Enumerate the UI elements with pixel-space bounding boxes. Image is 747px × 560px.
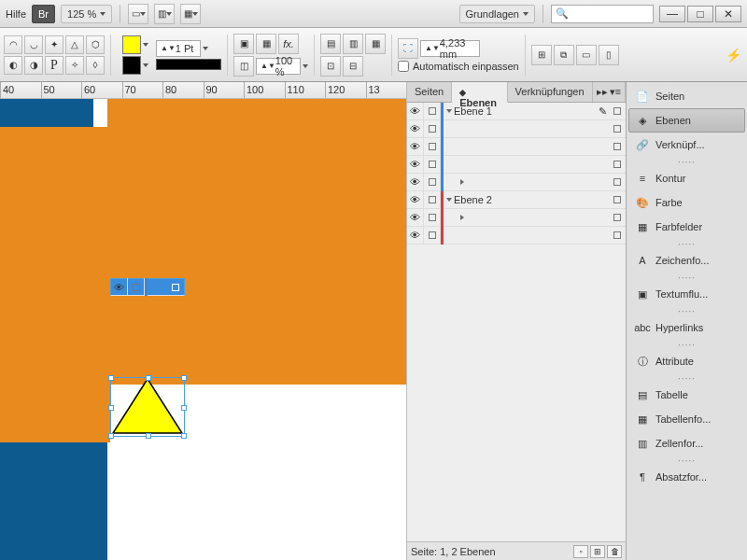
workspace-switcher[interactable]: Grundlagen: [459, 5, 536, 23]
dock-item-farbfelder[interactable]: ▦Farbfelder: [628, 215, 745, 239]
dock-item-ebenen[interactable]: ◈Ebenen: [628, 108, 745, 133]
zoom-level[interactable]: 125 %: [61, 5, 112, 23]
layer-row[interactable]: 👁: [110, 278, 185, 296]
layer-row[interactable]: 👁: [407, 120, 626, 138]
minimize-button[interactable]: —: [659, 6, 685, 22]
dock-item-zeichenfo[interactable]: AZeichenfo...: [628, 248, 745, 273]
lock-icon[interactable]: [429, 125, 436, 133]
dock-icon: ¶: [635, 469, 650, 484]
tab-ebenen[interactable]: ◆ Ebenen: [452, 82, 507, 103]
quick-apply-icon[interactable]: ⚡: [723, 45, 743, 65]
layer-rows: 👁 Ebene 1 ✎ 👁 👁 👁 👁 👁: [407, 103, 626, 245]
color-swatches[interactable]: [122, 35, 148, 75]
dock-icon: ◈: [635, 113, 650, 128]
dock-icon: 🎨: [635, 195, 650, 210]
dock-item-verknpf[interactable]: 🔗Verknüpf...: [628, 133, 745, 157]
visibility-icon[interactable]: 👁: [410, 212, 420, 223]
dock-label: Hyperlinks: [655, 322, 703, 333]
visibility-icon[interactable]: 👁: [410, 159, 420, 170]
measure-input[interactable]: ▲▼ 4,233 mm: [420, 40, 480, 57]
tab-seiten[interactable]: Seiten: [407, 82, 452, 102]
layer-name: Ebene 1: [454, 105, 492, 117]
selection-box[interactable]: [110, 377, 185, 437]
crop-icon[interactable]: ⛶: [398, 38, 418, 59]
dock-item-absatzfor[interactable]: ¶Absatzfor...: [628, 465, 745, 489]
dock-item-hyperlinks[interactable]: abcHyperlinks: [628, 315, 745, 340]
disclosure-icon[interactable]: [446, 198, 452, 202]
control-toolbar: ◠◡✦△⬡ ◐◑P✧◊ ▲▼ 1 Pt ▣▦fx. ◫▲▼ 100 % ▤▥▦ …: [0, 28, 747, 82]
disclosure-icon[interactable]: [460, 215, 464, 220]
maximize-button[interactable]: □: [687, 6, 713, 22]
lock-icon[interactable]: [429, 231, 436, 239]
layer-row[interactable]: 👁: [407, 138, 626, 156]
fill-swatch[interactable]: [122, 35, 141, 54]
autofit-checkbox[interactable]: Automatisch einpassen: [398, 61, 519, 72]
stroke-style[interactable]: [156, 59, 221, 70]
dock-item-zellenfor[interactable]: ▥Zellenfor...: [628, 431, 745, 455]
dock-item-kontur[interactable]: ≡Kontur: [628, 166, 745, 190]
tab-verknuepfungen[interactable]: Verknüpfungen: [508, 82, 593, 102]
layer-row[interactable]: 👁: [407, 209, 626, 227]
dock-label: Farbe: [655, 197, 683, 208]
search-input[interactable]: 🔍: [551, 5, 654, 23]
new-layer-icon[interactable]: ⊞: [590, 545, 605, 558]
disclosure-icon[interactable]: [446, 109, 452, 113]
layer-row[interactable]: 👁: [407, 156, 626, 174]
new-page-icon[interactable]: ▫: [573, 545, 588, 558]
bridge-button[interactable]: Br: [32, 5, 55, 23]
visibility-icon[interactable]: 👁: [410, 105, 420, 117]
dock-icon: abc: [635, 320, 650, 335]
horizontal-ruler: 40506070809010011012013: [0, 82, 406, 99]
dock-label: Tabelle: [655, 389, 688, 400]
close-button[interactable]: ✕: [715, 6, 741, 22]
fx-text[interactable]: fx.: [278, 34, 299, 54]
lock-icon[interactable]: [429, 178, 436, 186]
dock-label: Kontur: [655, 173, 685, 184]
visibility-icon[interactable]: 👁: [410, 141, 420, 152]
trash-icon[interactable]: 🗑: [607, 545, 622, 558]
view-options-button[interactable]: ▭: [128, 4, 148, 24]
visibility-icon[interactable]: 👁: [410, 230, 420, 241]
panel-menu[interactable]: ▸▸▾≡: [593, 82, 626, 102]
screen-mode-button[interactable]: ▥: [154, 4, 175, 24]
lock-icon[interactable]: [429, 107, 436, 115]
dock-item-tabelle[interactable]: ▤Tabelle: [628, 383, 745, 407]
dock-label: Zellenfor...: [655, 438, 703, 449]
dock-label: Textumflu...: [655, 288, 708, 300]
dock-item-farbe[interactable]: 🎨Farbe: [628, 190, 745, 215]
stroke-swatch[interactable]: [122, 56, 141, 75]
visibility-icon[interactable]: 👁: [410, 176, 420, 188]
layer-row[interactable]: 👁 Ebene 1 ✎: [407, 103, 626, 120]
opacity-input[interactable]: ▲▼ 100 %: [256, 58, 301, 75]
layer-row[interactable]: 👁 Ebene 2: [407, 191, 626, 209]
lock-icon[interactable]: [133, 284, 140, 291]
lock-icon[interactable]: [429, 143, 436, 150]
dock-icon: ▦: [635, 412, 650, 427]
dock-item-attribute[interactable]: ⓘAttribute: [628, 349, 745, 373]
dock-item-textumflu[interactable]: ▣Textumflu...: [628, 282, 745, 306]
stroke-weight-input[interactable]: ▲▼ 1 Pt: [156, 40, 201, 57]
dock-label: Ebenen: [655, 115, 691, 126]
dock-icon: ▥: [635, 436, 650, 451]
visibility-icon[interactable]: 👁: [410, 123, 420, 134]
layers-status-bar: Seite: 1, 2 Ebenen ▫ ⊞ 🗑: [407, 541, 626, 560]
help-menu[interactable]: Hilfe: [6, 8, 26, 20]
layer-row[interactable]: 👁: [407, 174, 626, 191]
lock-icon[interactable]: [429, 196, 436, 203]
dock-item-tabellenfo[interactable]: ▦Tabellenfo...: [628, 407, 745, 431]
dock-label: Verknüpf...: [655, 139, 705, 150]
lock-icon[interactable]: [429, 214, 436, 221]
dock-item-seiten[interactable]: 📄Seiten: [628, 84, 745, 108]
lock-icon[interactable]: [429, 161, 436, 168]
layer-row[interactable]: 👁: [407, 227, 626, 245]
tool-btn[interactable]: ◠: [4, 35, 22, 54]
arrange-button[interactable]: ▦: [180, 4, 201, 24]
canvas[interactable]: [0, 99, 406, 560]
visibility-icon[interactable]: 👁: [114, 282, 124, 293]
fx-button-1[interactable]: ▣: [233, 34, 254, 54]
visibility-icon[interactable]: 👁: [410, 194, 420, 205]
dock-icon: ▤: [635, 387, 650, 402]
dock-label: Zeichenfo...: [655, 255, 709, 266]
dock-label: Absatzfor...: [655, 471, 707, 483]
disclosure-icon[interactable]: [460, 179, 464, 185]
